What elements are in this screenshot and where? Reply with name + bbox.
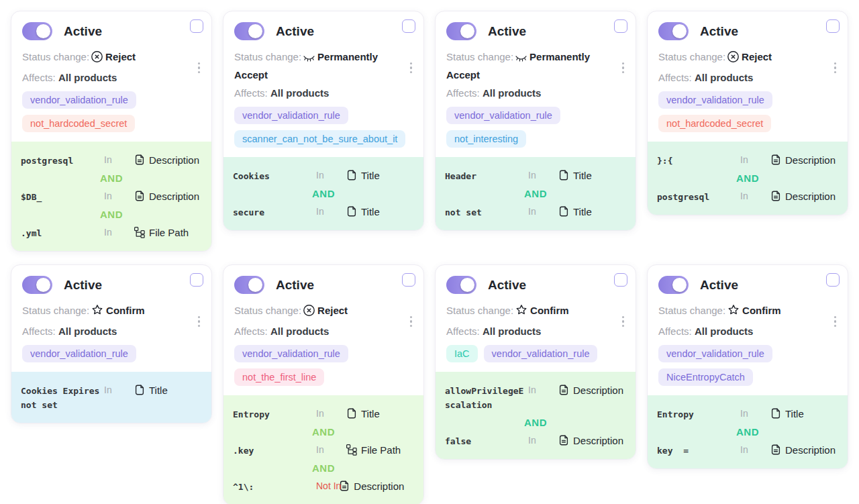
condition-row: postgresqlInDescription bbox=[21, 150, 202, 170]
active-toggle[interactable] bbox=[234, 276, 264, 294]
condition-field-group: Title bbox=[558, 205, 592, 219]
status-change-line: Status change:Reject bbox=[22, 49, 201, 67]
active-toggle[interactable] bbox=[446, 276, 476, 294]
select-checkbox[interactable] bbox=[190, 19, 203, 33]
select-checkbox[interactable] bbox=[826, 273, 840, 287]
affects-label: Affects: bbox=[234, 325, 268, 337]
condition-field: Title bbox=[573, 205, 592, 219]
tag-chip[interactable]: not_the_first_line bbox=[234, 368, 324, 386]
status-change-label: Status change: bbox=[234, 51, 301, 62]
affects-line: Affects: All products bbox=[658, 323, 837, 339]
tag-chip[interactable]: vendor_validation_rule bbox=[22, 345, 136, 362]
rule-card: Active Status change:Confirm Affects: Al… bbox=[647, 264, 848, 469]
condition-keyword: Cookies Expires not set bbox=[21, 383, 104, 412]
tag-chip[interactable]: vendor_validation_rule bbox=[658, 91, 772, 109]
select-checkbox[interactable] bbox=[190, 273, 203, 287]
select-checkbox[interactable] bbox=[402, 19, 415, 33]
tag-chip[interactable]: vendor_validation_rule bbox=[446, 107, 560, 124]
active-toggle[interactable] bbox=[22, 22, 52, 40]
tag-chip[interactable]: vendor_validation_rule bbox=[22, 91, 136, 109]
condition-field-group: Description bbox=[558, 383, 623, 397]
title-icon bbox=[134, 384, 146, 396]
description-icon bbox=[134, 154, 146, 166]
tag-chip[interactable]: vendor_validation_rule bbox=[234, 107, 348, 124]
tag-chip[interactable]: vendor_validation_rule bbox=[484, 345, 598, 362]
rule-card: Active Status change:Reject Affects: All… bbox=[11, 11, 212, 252]
title-icon bbox=[558, 205, 570, 217]
card-header: Active Status change:Reject Affects: All… bbox=[648, 11, 848, 142]
kebab-menu-icon[interactable] bbox=[197, 61, 201, 74]
condition-row: EntropyInTitle bbox=[233, 404, 414, 423]
select-checkbox[interactable] bbox=[402, 273, 415, 287]
select-checkbox[interactable] bbox=[826, 19, 840, 33]
active-toggle[interactable] bbox=[658, 276, 689, 294]
kebab-menu-icon[interactable] bbox=[833, 61, 838, 74]
active-toggle[interactable] bbox=[446, 22, 476, 40]
title-icon bbox=[346, 169, 358, 181]
tag-chip[interactable]: vendor_validation_rule bbox=[234, 345, 348, 362]
condition-field: File Path bbox=[361, 443, 401, 457]
confirm-icon bbox=[91, 303, 104, 321]
title-icon bbox=[770, 407, 782, 419]
conditions-section: allowPrivilegeEscalationInDescriptionAND… bbox=[436, 372, 636, 459]
reject-icon bbox=[727, 50, 740, 67]
condition-row: CookiesInTitle bbox=[233, 166, 414, 185]
toggle-knob bbox=[460, 24, 474, 38]
condition-row: falseInDescription bbox=[445, 431, 626, 450]
condition-field-group: Description bbox=[770, 443, 836, 457]
select-checkbox[interactable] bbox=[614, 273, 627, 287]
affects-line: Affects: All products bbox=[446, 85, 625, 101]
tag-chip[interactable]: NiceEntropyCatch bbox=[658, 368, 753, 386]
permanently-accept-icon bbox=[303, 52, 315, 67]
condition-field-group: File Path bbox=[134, 225, 189, 240]
condition-keyword: Cookies bbox=[233, 168, 316, 183]
tag-chip[interactable]: IaC bbox=[446, 345, 478, 362]
active-toggle[interactable] bbox=[234, 22, 264, 40]
condition-keyword: Header bbox=[445, 168, 528, 183]
condition-row: }:{InDescription bbox=[657, 150, 838, 170]
status-action: Reject bbox=[742, 51, 772, 62]
tag-chip[interactable]: not_interesting bbox=[446, 130, 526, 148]
condition-field: Title bbox=[573, 168, 592, 183]
condition-keyword: postgresql bbox=[657, 189, 740, 204]
description-icon bbox=[134, 190, 146, 202]
toggle-knob bbox=[248, 278, 262, 292]
condition-operator: In bbox=[104, 153, 124, 167]
kebab-menu-icon[interactable] bbox=[621, 61, 625, 74]
condition-row: $DB_InDescription bbox=[21, 187, 202, 206]
status-change-line: Status change:Permanently Accept bbox=[446, 49, 625, 83]
affects-line: Affects: All products bbox=[22, 323, 201, 339]
rule-card: Active Status change:Reject Affects: All… bbox=[223, 264, 424, 504]
condition-operator: In bbox=[104, 189, 124, 203]
condition-keyword: secure bbox=[233, 205, 316, 219]
tag-list: vendor_validation_ruleNiceEntropyCatch bbox=[658, 345, 837, 386]
kebab-menu-icon[interactable] bbox=[409, 315, 413, 328]
tag-list: vendor_validation_rulenot_interesting bbox=[446, 107, 625, 148]
and-operator: AND bbox=[233, 423, 414, 440]
condition-operator: In bbox=[528, 383, 548, 397]
condition-field: Description bbox=[785, 443, 836, 457]
kebab-menu-icon[interactable] bbox=[833, 315, 838, 328]
select-checkbox[interactable] bbox=[614, 19, 627, 33]
description-icon bbox=[558, 384, 570, 396]
card-header: Active Status change:Confirm Affects: Al… bbox=[436, 265, 636, 372]
active-label: Active bbox=[488, 24, 526, 39]
status-change-label: Status change: bbox=[446, 305, 513, 316]
tag-chip[interactable]: not_hardcoded_secret bbox=[22, 115, 135, 132]
active-toggle[interactable] bbox=[22, 276, 52, 294]
condition-keyword: }:{ bbox=[657, 153, 740, 168]
active-toggle[interactable] bbox=[658, 22, 689, 40]
kebab-menu-icon[interactable] bbox=[197, 315, 201, 328]
status-change-label: Status change: bbox=[658, 305, 725, 316]
rules-grid: Active Status change:Reject Affects: All… bbox=[0, 0, 859, 504]
kebab-menu-icon[interactable] bbox=[621, 315, 625, 328]
tag-chip[interactable]: vendor_validation_rule bbox=[658, 345, 772, 362]
condition-operator: In bbox=[316, 407, 336, 421]
status-action: Reject bbox=[317, 305, 348, 316]
tag-chip[interactable]: not_hardcoded_secret bbox=[658, 115, 771, 132]
tag-list: vendor_validation_rulenot_hardcoded_secr… bbox=[22, 91, 201, 132]
condition-row: Cookies Expires not setInTitle bbox=[21, 381, 202, 414]
kebab-menu-icon[interactable] bbox=[409, 61, 413, 74]
tag-chip[interactable]: scanner_can_not_be_sure_about_it bbox=[234, 130, 405, 148]
rule-card: Active Status change:Permanently Accept … bbox=[223, 11, 424, 231]
